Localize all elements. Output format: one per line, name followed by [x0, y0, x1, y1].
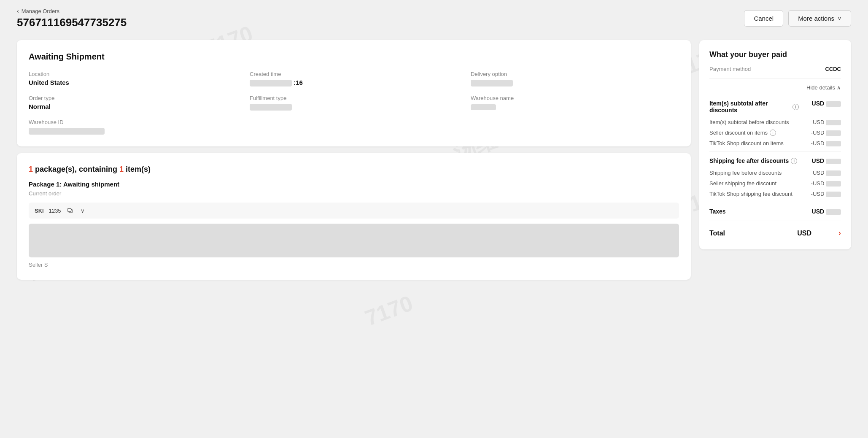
warehouse-id-label: Warehouse ID [29, 119, 237, 125]
divider-2 [709, 202, 841, 202]
seller-s-label: Seller S [29, 262, 679, 268]
seller-shipping-discount-label: Seller shipping fee discount [709, 180, 799, 187]
created-time-label: Created time [250, 71, 458, 77]
shipping-before-label: Shipping fee before discounts [709, 170, 799, 176]
shipping-before-value: USD [813, 170, 841, 176]
shipping-after-info-icon[interactable]: i [791, 158, 797, 164]
more-actions-chevron-icon: ∨ [838, 16, 841, 22]
sku-bar: SKI 1235 ∨ [29, 203, 679, 219]
right-panel-title: What your buyer paid [709, 50, 841, 59]
package-card: 1 package(s), containing 1 item(s) Packa… [17, 153, 691, 280]
shipping-before-row: Shipping fee before discounts USD [709, 168, 841, 178]
order-id: 576711169547735275 [17, 16, 127, 29]
warehouse-id-item: Warehouse ID [29, 119, 237, 135]
hide-details-chevron-icon: ∧ [837, 84, 841, 91]
package-header: 1 package(s), containing 1 item(s) [29, 165, 679, 174]
total-arrow-icon: › [838, 229, 841, 238]
shipping-before-blur [826, 170, 841, 176]
card-title: Awaiting Shipment [29, 52, 679, 62]
cancel-button[interactable]: Cancel [744, 10, 783, 27]
items-subtotal-after-value: USD [812, 100, 841, 107]
seller-discount-items-row: Seller discount on items i -USD [709, 127, 841, 138]
tiktok-discount-items-value: -USD [811, 140, 841, 146]
taxes-blur [826, 209, 841, 215]
shipping-after-label: Shipping fee after discounts i [709, 157, 799, 164]
total-value-area: USD › [797, 229, 841, 238]
tiktok-shipping-discount-value: -USD [811, 191, 841, 197]
right-column: What your buyer paid Payment method CCDC… [699, 40, 851, 280]
fulfillment-type-blur [250, 104, 292, 111]
right-panel: What your buyer paid Payment method CCDC… [699, 40, 851, 249]
divider-3 [709, 221, 841, 221]
warehouse-id-blur [29, 128, 105, 135]
items-subtotal-before-blur [826, 120, 841, 125]
location-label: Location [29, 71, 237, 77]
delivery-option-item: Delivery option [471, 71, 679, 87]
shipping-after-value: USD [812, 157, 841, 164]
seller-discount-blur [826, 130, 841, 136]
tiktok-discount-blur [826, 141, 841, 146]
copy-icon[interactable] [66, 207, 74, 214]
main-layout: Awaiting Shipment Location United States… [17, 40, 851, 280]
product-row-placeholder [29, 224, 679, 257]
hide-details-button[interactable]: Hide details ∧ [806, 84, 841, 91]
price-section: Item(s) subtotal after discounts i USD [709, 97, 841, 239]
tiktok-discount-items-label: TikTok Shop discount on items [709, 140, 799, 146]
seller-shipping-discount-row: Seller shipping fee discount -USD [709, 178, 841, 189]
warehouse-name-label: Warehouse name [471, 95, 679, 101]
location-value: United States [29, 79, 237, 86]
items-subtotal-after-label: Item(s) subtotal after discounts i [709, 100, 799, 114]
payment-method-row: Payment method CCDC [709, 66, 841, 78]
order-type-item: Order type Normal [29, 95, 237, 111]
fulfillment-type-value [250, 103, 458, 111]
items-subtotal-after-row: Item(s) subtotal after discounts i USD [709, 97, 841, 117]
order-type-value: Normal [29, 103, 237, 110]
warehouse-name-blur [471, 104, 496, 110]
items-subtotal-before-value: USD [813, 119, 841, 125]
more-actions-button[interactable]: More actions ∨ [788, 10, 851, 27]
sku-label: SKI [35, 208, 44, 214]
hide-details-row: Hide details ∧ [709, 84, 841, 91]
items-subtotal-before-label: Item(s) subtotal before discounts [709, 119, 799, 125]
total-row: Total USD › [709, 224, 841, 239]
payment-method-label: Payment method [709, 66, 751, 72]
delivery-option-value [471, 79, 679, 87]
order-info-card: Awaiting Shipment Location United States… [17, 40, 691, 146]
page-wrapper: 汤维 7170 汤维 7170 7170 7170 汤维 7170 7170 ‹… [0, 0, 868, 438]
divider-1 [709, 151, 841, 151]
items-subtotal-after-blur [826, 101, 841, 107]
svg-rect-1 [67, 208, 71, 212]
seller-shipping-discount-blur [826, 181, 841, 187]
breadcrumb-area: ‹ Manage Orders 576711169547735275 [17, 8, 127, 29]
total-label: Total [709, 230, 725, 237]
seller-discount-items-label: Seller discount on items i [709, 130, 799, 136]
current-order-label: Current order [29, 190, 679, 197]
breadcrumb-chevron-icon: ‹ [17, 8, 19, 14]
content-area: ‹ Manage Orders 576711169547735275 Cance… [0, 0, 868, 297]
warehouse-name-value [471, 103, 679, 110]
created-time-value: :16 [250, 79, 458, 87]
created-time-suffix: :16 [294, 79, 303, 86]
created-time-item: Created time :16 [250, 71, 458, 87]
taxes-label: Taxes [709, 208, 799, 215]
seller-discount-info-icon[interactable]: i [770, 130, 776, 136]
tiktok-shipping-discount-row: TikTok Shop shipping fee discount -USD [709, 189, 841, 199]
delivery-option-blur [471, 80, 513, 87]
shipping-after-blur [826, 159, 841, 164]
order-type-label: Order type [29, 95, 237, 101]
breadcrumb[interactable]: ‹ Manage Orders [17, 8, 127, 14]
header-actions: Cancel More actions ∨ [744, 10, 851, 27]
created-time-blur [250, 80, 292, 87]
tiktok-shipping-discount-label: TikTok Shop shipping fee discount [709, 191, 799, 197]
seller-discount-items-value: -USD [811, 130, 841, 136]
more-actions-label: More actions [798, 15, 834, 22]
warehouse-id-value [29, 127, 237, 135]
package-subheader: Package 1: Awaiting shipment [29, 181, 679, 188]
sku-dropdown-icon[interactable]: ∨ [81, 208, 85, 214]
location-item: Location United States [29, 71, 237, 87]
items-subtotal-info-icon[interactable]: i [793, 104, 799, 110]
shipping-after-row: Shipping fee after discounts i USD [709, 154, 841, 168]
warehouse-name-item: Warehouse name [471, 95, 679, 111]
total-blur [815, 230, 835, 237]
total-currency: USD [797, 230, 811, 237]
